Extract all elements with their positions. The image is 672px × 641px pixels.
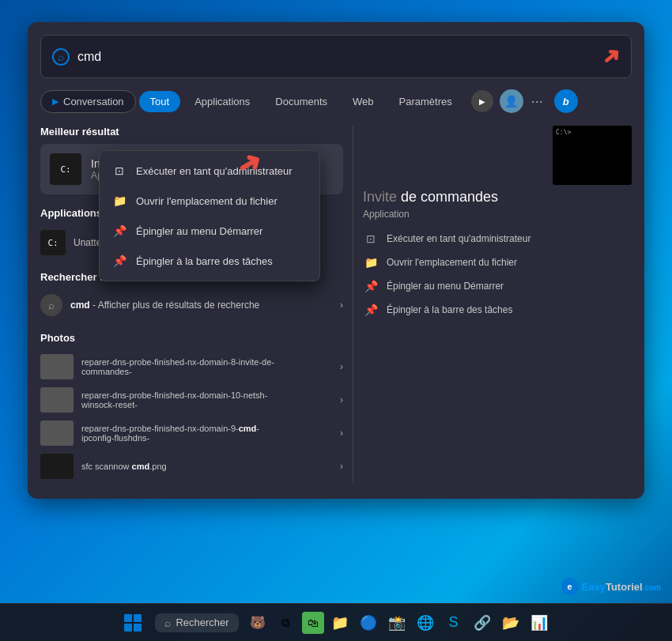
photo-item-4[interactable]: sfc scannow cmd.png ›: [40, 450, 343, 483]
start-button[interactable]: [120, 610, 145, 635]
search-icon: [52, 48, 70, 66]
photos-section-title: Photos: [40, 332, 343, 344]
search-arrow-indicator: ➜: [595, 40, 626, 72]
taskbar-search[interactable]: ⌕ Rechercher: [155, 613, 238, 632]
taskbar-folders[interactable]: 📁: [327, 610, 353, 635]
tab-parametres[interactable]: Paramètres: [388, 91, 463, 112]
tab-tout[interactable]: Tout: [139, 91, 181, 112]
photo-thumb-4: [40, 454, 74, 479]
web-item[interactable]: ⌕ cmd - Afficher plus de résultats de re…: [40, 289, 343, 321]
photo-item-3[interactable]: reparer-dns-probe-finished-nx-domain-9-c…: [40, 417, 343, 450]
taskbar-app6[interactable]: 📊: [527, 610, 552, 635]
ctx-pin-start-icon: 📌: [112, 224, 126, 238]
bing-button[interactable]: b: [554, 89, 578, 113]
photo-arrow-4: ›: [340, 461, 343, 472]
photo-item-1-left: reparer-dns-probe-finished-nx-domain-8-i…: [40, 354, 287, 379]
cmd-app-icon: [50, 153, 81, 185]
web-item-text: cmd - Afficher plus de résultats de rech…: [70, 300, 259, 311]
right-panel: C:\> Invite de commandes Application ⊡ E…: [353, 126, 632, 483]
pin-taskbar-icon: 📌: [363, 302, 379, 318]
photo-item-1[interactable]: reparer-dns-probe-finished-nx-domain-8-i…: [40, 350, 343, 383]
photos-section: Photos reparer-dns-probe-finished-nx-dom…: [40, 332, 343, 483]
watermark-text: EasyTutoriel.com: [582, 581, 661, 593]
tabs-row: ▶ Conversation Tout Applications Documen…: [40, 89, 632, 113]
taskbar-app2[interactable]: 📸: [384, 610, 410, 635]
app-item-icon: [40, 230, 66, 255]
photo-arrow-2: ›: [340, 394, 343, 405]
photo-item-4-left: sfc scannow cmd.png: [40, 454, 167, 479]
web-item-left: ⌕ cmd - Afficher plus de résultats de re…: [40, 294, 259, 316]
windows-logo: [124, 614, 142, 632]
run-admin-icon: ⊡: [363, 231, 379, 247]
taskbar-app4[interactable]: 🔗: [470, 610, 495, 635]
search-query: cmd: [77, 50, 594, 64]
tab-conversation[interactable]: ▶ Conversation: [40, 90, 136, 113]
photo-text-4: sfc scannow cmd.png: [81, 462, 167, 471]
right-action-pin-taskbar[interactable]: 📌 Épingler à la barre des tâches: [363, 302, 632, 318]
ctx-pin-taskbar-icon: 📌: [112, 254, 126, 268]
cmd-thumbnail-text: C:\>: [556, 129, 571, 136]
photo-thumb-1: [40, 354, 74, 379]
taskbar-multitasking[interactable]: ⧉: [274, 610, 299, 635]
more-options[interactable]: ···: [527, 93, 548, 110]
taskbar-search-text: Rechercher: [176, 616, 228, 628]
right-actions: ⊡ Exécuter en tant qu'administrateur 📁 O…: [363, 231, 632, 318]
taskbar-store[interactable]: 🛍: [302, 612, 324, 634]
taskbar-app3[interactable]: S: [441, 610, 466, 635]
photo-thumb-2: [40, 387, 74, 413]
ctx-pin-start[interactable]: 📌 Épingler au menu Démarrer: [100, 216, 319, 246]
ctx-folder-icon: 📁: [112, 194, 126, 208]
photo-text-3: reparer-dns-probe-finished-nx-domain-9-c…: [81, 424, 287, 443]
search-bar[interactable]: cmd ➜: [40, 35, 632, 78]
tab-web[interactable]: Web: [342, 91, 385, 112]
search-panel: cmd ➜ ▶ Conversation Tout Applications D…: [28, 22, 644, 499]
right-app-type: Application: [363, 209, 632, 220]
right-app-name: Invite de commandes: [363, 189, 632, 205]
photo-item-2-left: reparer-dns-probe-finished-nx-domain-10-…: [40, 387, 287, 413]
ctx-open-location[interactable]: 📁 Ouvrir l'emplacement du fichier: [100, 186, 319, 216]
cmd-thumbnail: C:\>: [553, 126, 632, 185]
taskbar-app1[interactable]: 🔵: [356, 610, 381, 635]
right-action-pin-start[interactable]: 📌 Épingler au menu Démarrer: [363, 278, 632, 294]
watermark: e EasyTutoriel.com: [561, 578, 661, 595]
photo-arrow-1: ›: [340, 361, 343, 372]
context-menu: ⊡ Exécuter en tant qu'administrateur 📁 O…: [99, 150, 320, 281]
web-search-icon: ⌕: [40, 294, 62, 316]
photo-item-3-left: reparer-dns-probe-finished-nx-domain-9-c…: [40, 420, 287, 446]
folder-icon: 📁: [363, 255, 379, 270]
ctx-run-admin-icon: ⊡: [112, 164, 126, 178]
desktop: cmd ➜ ▶ Conversation Tout Applications D…: [0, 0, 672, 641]
photo-text-2: reparer-dns-probe-finished-nx-domain-10-…: [81, 390, 287, 409]
photo-arrow-3: ›: [340, 428, 343, 439]
right-action-open-location[interactable]: 📁 Ouvrir l'emplacement du fichier: [363, 255, 632, 270]
tab-applications[interactable]: Applications: [183, 91, 261, 112]
avatar[interactable]: 👤: [500, 89, 523, 113]
taskbar-app5[interactable]: 📂: [498, 610, 523, 635]
taskbar: ⌕ Rechercher 🐻 ⧉ 🛍 📁 🔵 📸 🌐 S 🔗 📂 📊: [0, 603, 672, 641]
ctx-pin-taskbar[interactable]: 📌 Épingler à la barre des tâches: [100, 246, 319, 276]
taskbar-search-icon: ⌕: [164, 616, 171, 629]
photo-text-1: reparer-dns-probe-finished-nx-domain-8-i…: [81, 357, 287, 376]
taskbar-widgets[interactable]: 🐻: [245, 610, 270, 635]
photo-thumb-3: [40, 420, 74, 446]
right-action-run-admin[interactable]: ⊡ Exécuter en tant qu'administrateur: [363, 231, 632, 247]
tab-documents[interactable]: Documents: [264, 91, 338, 112]
best-result-title: Meilleur résultat: [40, 126, 343, 138]
photo-item-2[interactable]: reparer-dns-probe-finished-nx-domain-10-…: [40, 383, 343, 417]
ctx-run-admin[interactable]: ⊡ Exécuter en tant qu'administrateur: [100, 156, 319, 186]
play-button[interactable]: ▶: [471, 90, 493, 112]
watermark-logo: e: [561, 578, 579, 595]
taskbar-chrome[interactable]: 🌐: [413, 610, 438, 635]
pin-start-icon: 📌: [363, 278, 379, 294]
web-item-arrow: ›: [340, 300, 343, 311]
